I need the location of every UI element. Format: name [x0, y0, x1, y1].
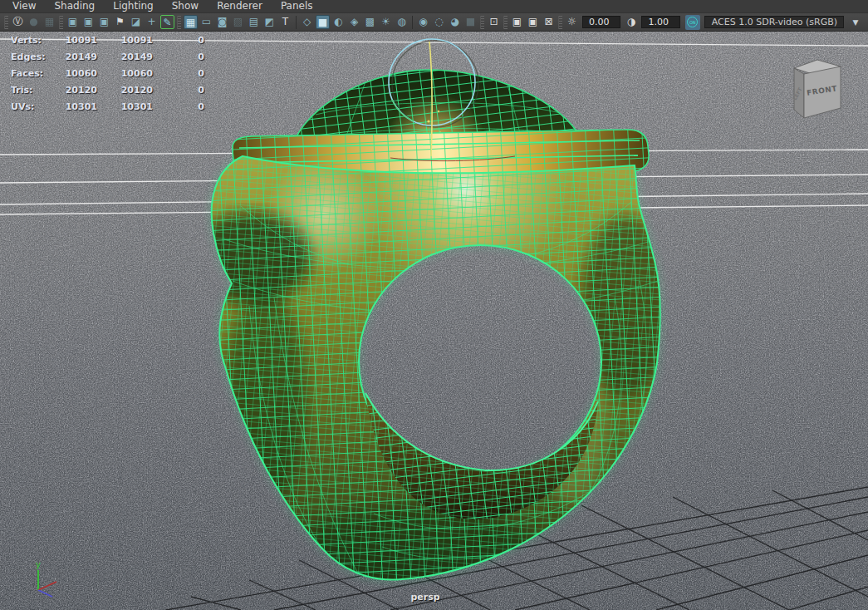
hud-total: 20149 — [0, 52, 97, 62]
menu-view[interactable]: View — [3, 0, 45, 12]
safe-title-icon[interactable]: ◩ — [262, 15, 277, 29]
panel-menu-bar: View Shading Lighting Show Renderer Pane… — [0, 0, 868, 13]
disabled-tool-b-icon: ▦ — [42, 15, 56, 29]
hud-selected: 10301 — [97, 101, 153, 112]
gate-mask-icon: ▨ — [231, 15, 245, 29]
motion-blur-icon[interactable]: ◌ — [432, 15, 446, 29]
hud-total: 20120 — [0, 85, 97, 96]
hud-row-edges: Edges: 20149 20149 0 — [0, 48, 204, 65]
chevron-down-icon[interactable]: ▼ — [846, 18, 866, 27]
menu-panels[interactable]: Panels — [272, 0, 322, 12]
poly-count-hud: Verts: 10091 10091 0 Edges: 20149 20149 … — [0, 32, 204, 115]
toolbar-separator — [412, 16, 413, 29]
camera-label: persp — [410, 592, 439, 603]
lock-camera-icon[interactable]: ▣ — [81, 15, 96, 29]
hud-selected: 10060 — [97, 68, 153, 79]
depth-of-field-icon: ■ — [463, 15, 478, 29]
toolbar-grip[interactable] — [503, 16, 508, 29]
on-icon: ON — [687, 17, 698, 27]
pan-zoom-icon[interactable]: + — [145, 15, 159, 29]
hud-row-verts: Verts: 10091 10091 0 — [0, 32, 204, 48]
wireframe-mode-icon[interactable]: ◇ — [300, 15, 314, 29]
isolate-select-icon[interactable]: ⊡ — [487, 15, 501, 29]
menu-shading[interactable]: Shading — [45, 0, 104, 12]
hud-total: 10301 — [0, 101, 97, 112]
toolbar-grip[interactable] — [4, 16, 8, 29]
field-chart-icon[interactable]: ▤ — [247, 15, 261, 29]
hud-delta: 0 — [153, 85, 204, 96]
textured-mode-icon[interactable]: ◈ — [347, 15, 361, 29]
wireframe-on-shaded-icon[interactable]: ◐ — [331, 15, 346, 29]
resolution-gate-icon[interactable]: ◙ — [215, 15, 229, 29]
screen-space-ao-icon[interactable]: ◉ — [416, 15, 430, 29]
view-cube[interactable]: LEFT FRONT — [792, 60, 841, 118]
hud-row-faces: Faces: 10060 10060 0 — [0, 65, 204, 81]
duplicate-b-icon[interactable]: ▣ — [526, 15, 540, 29]
color-management-toggle[interactable]: ON — [685, 15, 700, 30]
disabled-tool-a-icon: ● — [27, 15, 41, 29]
bookmark-icon[interactable]: ⚑ — [113, 15, 127, 29]
hud-selected: 20120 — [97, 85, 153, 96]
maya-viewport-panel: View Shading Lighting Show Renderer Pane… — [0, 0, 868, 610]
duplicate-a-icon[interactable]: ▣ — [510, 15, 524, 29]
hud-selected: 10091 — [97, 35, 153, 46]
hud-total: 10091 — [0, 35, 97, 46]
hud-total: 10060 — [0, 68, 97, 79]
image-plane-icon[interactable]: ◪ — [129, 15, 143, 29]
toolbar-grip[interactable] — [558, 16, 562, 29]
hud-toggle-icon[interactable]: T — [278, 15, 292, 29]
exposure-field[interactable]: 0.00 — [582, 16, 620, 28]
menu-lighting[interactable]: Lighting — [104, 0, 163, 12]
axis-y-label: y — [36, 560, 41, 569]
grid-icon[interactable]: ▦ — [184, 15, 198, 29]
exposure-control-icon[interactable]: ☼ — [565, 15, 579, 29]
toolbar-grip[interactable] — [177, 16, 181, 29]
toolbar-separator — [296, 16, 297, 29]
shaded-mode-icon[interactable]: ■ — [316, 15, 330, 29]
hud-selected: 20149 — [97, 52, 153, 62]
menu-renderer[interactable]: Renderer — [208, 0, 272, 12]
grease-pencil-icon[interactable]: ✎ — [160, 15, 174, 29]
film-gate-icon[interactable]: ▭ — [199, 15, 213, 29]
hud-delta: 0 — [153, 35, 204, 46]
hud-row-uvs: UVs: 10301 10301 0 — [0, 98, 204, 115]
toolbar-grip[interactable] — [480, 16, 484, 29]
use-default-material-icon[interactable]: ▩ — [363, 15, 377, 29]
hud-row-tris: Tris: 20120 20120 0 — [0, 81, 204, 98]
shadows-icon[interactable]: ◍ — [395, 15, 409, 29]
viewcube-toggle-icon[interactable]: Ⓥ — [11, 15, 25, 29]
hud-delta: 0 — [153, 101, 204, 112]
viewport-canvas[interactable]: LEFT FRONT y persp persp Verts: 10091 10… — [0, 32, 868, 610]
snapshot-icon[interactable]: ⊠ — [542, 15, 556, 29]
toolbar-grip[interactable] — [59, 16, 63, 29]
menu-show[interactable]: Show — [163, 0, 208, 12]
panel-toolbar: Ⓥ ● ▦ ▣ ▣ ▣ ⚑ ◪ + ✎ ▦ ▭ ◙ ▨ ▤ ◩ T ◇ ■ ◐ … — [0, 13, 868, 32]
gamma-field[interactable]: 1.00 — [641, 16, 679, 28]
hud-delta: 0 — [153, 52, 204, 62]
lighting-mode-icon[interactable]: ☀ — [379, 15, 393, 29]
exposure-toggle-icon[interactable]: ◕ — [448, 15, 462, 29]
camera-attributes-icon[interactable]: ▣ — [97, 15, 111, 29]
hud-delta: 0 — [153, 68, 204, 79]
viewport-render: LEFT FRONT y persp persp — [0, 32, 868, 610]
gamma-control-icon[interactable]: ◑ — [624, 15, 638, 29]
select-camera-icon[interactable]: ▣ — [66, 15, 80, 29]
view-transform-dropdown[interactable]: ACES 1.0 SDR-video (sRGB) — [704, 16, 844, 28]
